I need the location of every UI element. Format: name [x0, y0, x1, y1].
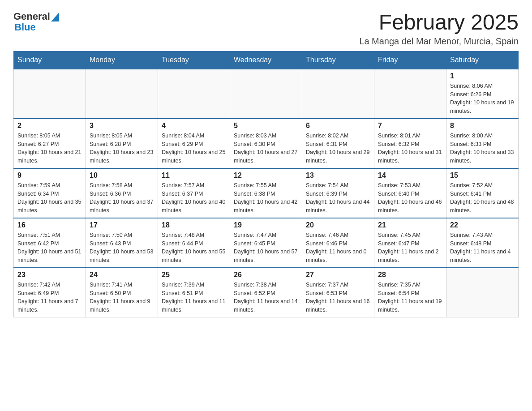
day-info: Sunrise: 7:47 AM Sunset: 6:45 PM Dayligh… — [234, 231, 298, 265]
day-info: Sunrise: 8:05 AM Sunset: 6:27 PM Dayligh… — [17, 132, 82, 165]
day-number: 26 — [234, 271, 298, 279]
calendar-cell: 21Sunrise: 7:45 AM Sunset: 6:47 PM Dayli… — [374, 218, 446, 268]
logo: General Blue — [13, 11, 59, 33]
day-number: 19 — [234, 221, 298, 229]
weekday-header-row: SundayMondayTuesdayWednesdayThursdayFrid… — [14, 51, 519, 69]
day-number: 13 — [306, 171, 370, 180]
logo-blue-text: Blue — [14, 21, 36, 33]
month-year-title: February 2025 — [359, 11, 519, 34]
day-number: 25 — [162, 271, 226, 279]
calendar-cell: 24Sunrise: 7:41 AM Sunset: 6:50 PM Dayli… — [86, 268, 158, 317]
day-number: 5 — [234, 122, 298, 130]
calendar-cell: 26Sunrise: 7:38 AM Sunset: 6:52 PM Dayli… — [230, 268, 302, 317]
day-number: 18 — [162, 221, 226, 229]
day-info: Sunrise: 8:04 AM Sunset: 6:29 PM Dayligh… — [162, 132, 226, 165]
day-info: Sunrise: 7:46 AM Sunset: 6:46 PM Dayligh… — [306, 231, 370, 265]
day-number: 15 — [450, 171, 515, 180]
calendar-cell: 16Sunrise: 7:51 AM Sunset: 6:42 PM Dayli… — [14, 218, 86, 268]
day-number: 8 — [450, 122, 515, 130]
location-subtitle: La Manga del Mar Menor, Murcia, Spain — [359, 36, 519, 47]
day-number: 2 — [17, 122, 82, 130]
day-info: Sunrise: 8:03 AM Sunset: 6:30 PM Dayligh… — [234, 132, 298, 165]
day-info: Sunrise: 7:48 AM Sunset: 6:44 PM Dayligh… — [162, 231, 226, 265]
day-number: 3 — [90, 122, 154, 130]
calendar-cell — [86, 69, 158, 119]
weekday-header-saturday: Saturday — [446, 51, 519, 69]
day-info: Sunrise: 8:00 AM Sunset: 6:33 PM Dayligh… — [450, 132, 515, 165]
day-number: 28 — [378, 271, 442, 279]
calendar-cell: 22Sunrise: 7:43 AM Sunset: 6:48 PM Dayli… — [446, 218, 519, 268]
calendar-cell: 11Sunrise: 7:57 AM Sunset: 6:37 PM Dayli… — [158, 168, 230, 218]
weekday-header-wednesday: Wednesday — [230, 51, 302, 69]
day-number: 14 — [378, 171, 442, 180]
day-info: Sunrise: 7:59 AM Sunset: 6:34 PM Dayligh… — [17, 181, 82, 215]
day-info: Sunrise: 7:35 AM Sunset: 6:54 PM Dayligh… — [378, 281, 442, 314]
day-number: 9 — [17, 171, 82, 180]
calendar-cell: 12Sunrise: 7:55 AM Sunset: 6:38 PM Dayli… — [230, 168, 302, 218]
calendar-week-4: 16Sunrise: 7:51 AM Sunset: 6:42 PM Dayli… — [14, 218, 519, 268]
day-number: 7 — [378, 122, 442, 130]
day-number: 4 — [162, 122, 226, 130]
weekday-header-friday: Friday — [374, 51, 446, 69]
calendar-cell — [302, 69, 374, 119]
weekday-header-tuesday: Tuesday — [158, 51, 230, 69]
day-number: 10 — [90, 171, 154, 180]
calendar-cell — [14, 69, 86, 119]
calendar-cell: 18Sunrise: 7:48 AM Sunset: 6:44 PM Dayli… — [158, 218, 230, 268]
calendar-cell: 17Sunrise: 7:50 AM Sunset: 6:43 PM Dayli… — [86, 218, 158, 268]
calendar-cell: 1Sunrise: 8:06 AM Sunset: 6:26 PM Daylig… — [446, 69, 519, 119]
day-info: Sunrise: 7:57 AM Sunset: 6:37 PM Dayligh… — [162, 181, 226, 215]
day-info: Sunrise: 7:45 AM Sunset: 6:47 PM Dayligh… — [378, 231, 442, 265]
calendar-table: SundayMondayTuesdayWednesdayThursdayFrid… — [13, 51, 519, 317]
weekday-header-monday: Monday — [86, 51, 158, 69]
day-info: Sunrise: 7:50 AM Sunset: 6:43 PM Dayligh… — [90, 231, 154, 265]
calendar-week-5: 23Sunrise: 7:42 AM Sunset: 6:49 PM Dayli… — [14, 268, 519, 317]
day-info: Sunrise: 7:55 AM Sunset: 6:38 PM Dayligh… — [234, 181, 298, 215]
calendar-week-3: 9Sunrise: 7:59 AM Sunset: 6:34 PM Daylig… — [14, 168, 519, 218]
calendar-cell: 10Sunrise: 7:58 AM Sunset: 6:36 PM Dayli… — [86, 168, 158, 218]
calendar-cell: 19Sunrise: 7:47 AM Sunset: 6:45 PM Dayli… — [230, 218, 302, 268]
day-number: 6 — [306, 122, 370, 130]
logo-triangle-icon — [51, 13, 59, 21]
calendar-cell — [230, 69, 302, 119]
day-number: 24 — [90, 271, 154, 279]
day-info: Sunrise: 8:06 AM Sunset: 6:26 PM Dayligh… — [450, 82, 515, 116]
calendar-cell: 15Sunrise: 7:52 AM Sunset: 6:41 PM Dayli… — [446, 168, 519, 218]
calendar-cell: 8Sunrise: 8:00 AM Sunset: 6:33 PM Daylig… — [446, 119, 519, 168]
day-number: 12 — [234, 171, 298, 180]
day-info: Sunrise: 8:01 AM Sunset: 6:32 PM Dayligh… — [378, 132, 442, 165]
calendar-cell — [374, 69, 446, 119]
day-number: 22 — [450, 221, 515, 229]
logo-general-text: General — [13, 11, 50, 22]
calendar-cell: 4Sunrise: 8:04 AM Sunset: 6:29 PM Daylig… — [158, 119, 230, 168]
svg-marker-0 — [51, 13, 59, 21]
calendar-cell: 2Sunrise: 8:05 AM Sunset: 6:27 PM Daylig… — [14, 119, 86, 168]
day-info: Sunrise: 7:42 AM Sunset: 6:49 PM Dayligh… — [17, 281, 82, 314]
calendar-cell: 25Sunrise: 7:39 AM Sunset: 6:51 PM Dayli… — [158, 268, 230, 317]
calendar-cell: 14Sunrise: 7:53 AM Sunset: 6:40 PM Dayli… — [374, 168, 446, 218]
calendar-week-1: 1Sunrise: 8:06 AM Sunset: 6:26 PM Daylig… — [14, 69, 519, 119]
day-info: Sunrise: 7:52 AM Sunset: 6:41 PM Dayligh… — [450, 181, 515, 215]
calendar-cell: 3Sunrise: 8:05 AM Sunset: 6:28 PM Daylig… — [86, 119, 158, 168]
calendar-cell: 20Sunrise: 7:46 AM Sunset: 6:46 PM Dayli… — [302, 218, 374, 268]
day-number: 1 — [450, 72, 515, 80]
day-number: 11 — [162, 171, 226, 180]
calendar-cell — [446, 268, 519, 317]
calendar-cell: 6Sunrise: 8:02 AM Sunset: 6:31 PM Daylig… — [302, 119, 374, 168]
calendar-cell: 5Sunrise: 8:03 AM Sunset: 6:30 PM Daylig… — [230, 119, 302, 168]
calendar-cell: 27Sunrise: 7:37 AM Sunset: 6:53 PM Dayli… — [302, 268, 374, 317]
title-block: February 2025 La Manga del Mar Menor, Mu… — [359, 11, 519, 47]
day-info: Sunrise: 7:58 AM Sunset: 6:36 PM Dayligh… — [90, 181, 154, 215]
calendar-cell: 7Sunrise: 8:01 AM Sunset: 6:32 PM Daylig… — [374, 119, 446, 168]
day-number: 17 — [90, 221, 154, 229]
day-info: Sunrise: 7:37 AM Sunset: 6:53 PM Dayligh… — [306, 281, 370, 314]
calendar-cell: 13Sunrise: 7:54 AM Sunset: 6:39 PM Dayli… — [302, 168, 374, 218]
weekday-header-sunday: Sunday — [14, 51, 86, 69]
day-info: Sunrise: 7:38 AM Sunset: 6:52 PM Dayligh… — [234, 281, 298, 314]
calendar-cell — [158, 69, 230, 119]
day-info: Sunrise: 7:54 AM Sunset: 6:39 PM Dayligh… — [306, 181, 370, 215]
calendar-cell: 9Sunrise: 7:59 AM Sunset: 6:34 PM Daylig… — [14, 168, 86, 218]
day-info: Sunrise: 8:02 AM Sunset: 6:31 PM Dayligh… — [306, 132, 370, 165]
calendar-cell: 28Sunrise: 7:35 AM Sunset: 6:54 PM Dayli… — [374, 268, 446, 317]
day-info: Sunrise: 7:41 AM Sunset: 6:50 PM Dayligh… — [90, 281, 154, 314]
